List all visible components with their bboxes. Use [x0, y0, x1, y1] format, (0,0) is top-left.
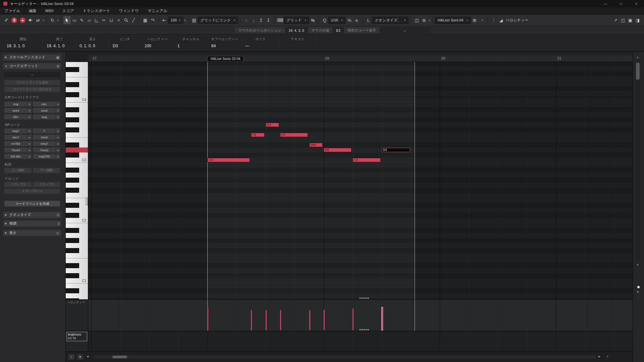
velocity-bar[interactable]: [324, 310, 325, 330]
iterative-quantize-icon[interactable]: %: [345, 16, 353, 24]
chord-arrow-icon[interactable]: ▶: [56, 135, 60, 140]
chord-button[interactable]: min.▶: [33, 101, 60, 107]
computer-keyboard-input-icon[interactable]: ⌨: [276, 16, 284, 24]
mute-tool[interactable]: ×: [115, 16, 122, 24]
chord-arrow-icon[interactable]: ▶: [27, 147, 32, 153]
scale-assistant-section[interactable]: ▶ スケールアシスタント ▦: [3, 54, 61, 60]
length-section[interactable]: ▶ 長さ ⊏: [3, 230, 61, 236]
velocity-lane-resize-handle[interactable]: [360, 298, 370, 299]
kebab-menu-icon[interactable]: ⋮: [490, 16, 497, 24]
midi-note[interactable]: C3: [207, 158, 250, 162]
edit-active-part-icon[interactable]: ≣: [420, 16, 428, 24]
velocity-lane[interactable]: [88, 299, 633, 331]
independent-loop-icon[interactable]: ↻: [49, 16, 56, 24]
nudge-value-field[interactable]: 100 ▲ ▼: [168, 17, 183, 24]
event-colors-icon[interactable]: ▦: [142, 16, 149, 24]
chord-arrow-icon[interactable]: ▶: [27, 102, 32, 107]
midi-note[interactable]: G3: [266, 123, 279, 127]
popout-icon[interactable]: ↗: [612, 16, 619, 24]
midi-note[interactable]: D3: [382, 148, 410, 152]
velocity-bar[interactable]: [382, 307, 383, 330]
controller-lane-resize-handle[interactable]: [360, 329, 370, 330]
line-tool[interactable]: ╱: [130, 16, 137, 24]
chord-button[interactable]: full dim▶: [4, 154, 32, 159]
chord-button[interactable]: min7▶: [4, 134, 32, 140]
chord-arrow-icon[interactable]: ▶: [56, 114, 60, 119]
velocity-bar[interactable]: [251, 310, 252, 330]
transpose-up-icon[interactable]: ↥: [257, 16, 265, 24]
chord-button[interactable]: aug▶: [33, 114, 60, 120]
range-selection-tool[interactable]: ▭: [71, 16, 78, 24]
inversion-button[interactable]: 上へ移動: [4, 168, 32, 173]
piano-keyboard[interactable]: C4C3C2C1: [66, 62, 88, 299]
acoustic-feedback-icon[interactable]: [27, 16, 34, 24]
trim-tool[interactable]: ◺: [93, 16, 100, 24]
midi-note[interactable]: F3: [280, 133, 308, 137]
scroll-down-icon[interactable]: ▼: [636, 263, 639, 266]
nudge-stepper[interactable]: ▲ ▼: [179, 18, 180, 22]
record-in-editor-button[interactable]: ●: [20, 17, 25, 23]
transpose-section[interactable]: ▶ 移調 ♯: [3, 221, 61, 227]
create-chord-event-button[interactable]: コードイベントを作成: [4, 200, 60, 207]
velocity-menu-label[interactable]: ベロシティー: [506, 18, 528, 23]
window-layout-left-icon[interactable]: ◫: [619, 16, 627, 24]
menu-item-5[interactable]: トランスポート: [78, 7, 115, 14]
horizontal-scrollbar-handle[interactable]: [112, 356, 127, 358]
zoom-tool[interactable]: [122, 16, 130, 24]
nudge-caret-icon[interactable]: ▼: [184, 19, 186, 21]
velocity-bar[interactable]: [280, 310, 281, 330]
chord-button[interactable]: maj7▶: [4, 128, 32, 134]
nudge-grid-icon[interactable]: ↹: [309, 16, 317, 24]
velocity-bar[interactable]: [207, 307, 208, 330]
chord-button[interactable]: maj▶: [4, 101, 32, 107]
transpose-down-icon[interactable]: ↧: [265, 16, 272, 24]
chord-button[interactable]: 7sus2▶: [33, 147, 60, 153]
menu-item-4[interactable]: スコア: [58, 7, 78, 14]
loop-caret-icon[interactable]: ▼: [57, 19, 59, 21]
maximize-button[interactable]: □: [613, 0, 629, 7]
chord-button[interactable]: m7/b5▶: [4, 141, 32, 146]
add-chord-track-button[interactable]: コードトラックを追加: [4, 80, 60, 85]
scroll-up-icon[interactable]: ▲: [636, 56, 639, 59]
move-down-icon[interactable]: ↓: [250, 16, 257, 24]
velocity-bar[interactable]: [266, 310, 267, 330]
window-layout-full-icon[interactable]: ▣: [627, 16, 634, 24]
menu-item-3[interactable]: MIDI: [41, 7, 58, 14]
horizontal-scrollbar[interactable]: [94, 355, 596, 359]
chord-button[interactable]: min6▶: [33, 134, 60, 140]
curve-icon[interactable]: ↷: [149, 16, 156, 24]
noteinfo-value[interactable]: 19. 3. 1. 0: [3, 44, 43, 48]
close-button[interactable]: ×: [629, 0, 644, 7]
chord-arrow-icon[interactable]: ▶: [27, 135, 32, 140]
chord-button[interactable]: maj7/#5▶: [33, 154, 60, 159]
chord-button[interactable]: sus2▶: [33, 108, 60, 113]
drop-button[interactable]: ドロップ2: [4, 182, 32, 187]
chord-arrow-icon[interactable]: ▶: [56, 128, 60, 133]
match-chord-track-button[interactable]: コードトラックに合わせる: [4, 86, 60, 92]
chord-arrow-icon[interactable]: ▶: [27, 108, 32, 113]
quantize-section[interactable]: ▶ クオンタイズ ⊙: [3, 212, 61, 218]
minimize-button[interactable]: —: [598, 0, 613, 7]
note-grid[interactable]: C3F3G3F3D#3D3C3D3: [88, 62, 633, 299]
vertical-zoom-in-button[interactable]: +: [637, 290, 639, 294]
keyboard-grid-divider-handle[interactable]: [86, 198, 88, 205]
chord-button[interactable]: 7sus4▶: [4, 147, 32, 153]
chord-arrow-icon[interactable]: ▶: [27, 154, 32, 159]
noteinfo-value[interactable]: 1: [174, 44, 208, 48]
solo-editor-button[interactable]: S: [11, 17, 17, 23]
drop-2-4-button[interactable]: ドロップ2 + 4: [4, 188, 60, 194]
vertical-scrollbar-handle[interactable]: [636, 62, 640, 80]
chord-button[interactable]: minj7▶: [33, 141, 60, 146]
velocity-bar[interactable]: [309, 310, 310, 330]
midi-note[interactable]: C3: [353, 158, 381, 162]
show-part-borders-icon[interactable]: ◫: [413, 16, 420, 24]
move-up-icon[interactable]: ↑: [243, 16, 250, 24]
chord-arrow-icon[interactable]: ▶: [56, 108, 60, 113]
chord-button[interactable]: sus4▶: [4, 108, 32, 113]
noteinfo-value[interactable]: D3: [109, 44, 141, 48]
drum-map-icon[interactable]: ⊞: [471, 16, 478, 24]
chord-arrow-icon[interactable]: ▶: [27, 141, 32, 146]
noteinfo-value[interactable]: 0. 1. 0. 0: [76, 44, 109, 48]
controller-lane[interactable]: [88, 331, 633, 351]
noteinfo-value[interactable]: 19. 4. 1. 0: [43, 44, 76, 48]
